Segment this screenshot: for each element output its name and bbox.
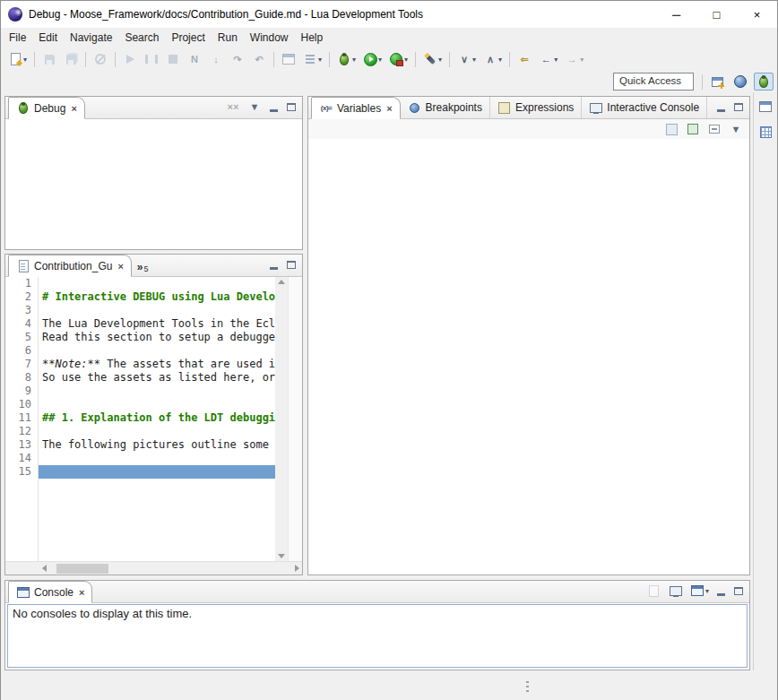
lua-perspective-button[interactable] [730, 73, 750, 91]
terminate-button[interactable] [163, 50, 183, 68]
run-dropdown-icon[interactable]: ▾ [378, 56, 382, 64]
forward-button[interactable]: →▾ [562, 50, 586, 68]
editor-code[interactable]: # Interactive DEBUG using Lua DevelopThe… [39, 277, 275, 561]
skip-all-breakpoints-button[interactable] [91, 50, 110, 68]
code-segment: **Note:** [42, 358, 100, 370]
scroll-right-icon[interactable] [295, 565, 299, 572]
close-button[interactable]: × [737, 1, 777, 28]
maximize-button[interactable]: □ [696, 1, 737, 28]
external-tools-button[interactable]: ▾ [386, 50, 411, 68]
minimize-console-view-button[interactable] [713, 583, 730, 599]
drop-to-frame-button[interactable] [279, 50, 298, 68]
step-return-button[interactable]: ↶ [249, 50, 269, 68]
close-debug-tab-icon[interactable]: × [71, 103, 76, 114]
new-wizard-dropdown-icon[interactable]: ▾ [23, 56, 27, 64]
previous-annotation-button[interactable]: ∧▾ [480, 50, 505, 68]
scroll-down-icon[interactable] [278, 554, 285, 558]
last-edit-location-button[interactable]: ⇐ [514, 50, 534, 68]
menu-help[interactable]: Help [295, 28, 330, 48]
maximize-debug-view-button[interactable] [282, 99, 299, 115]
search-button[interactable]: ▾ [420, 50, 445, 68]
menu-edit[interactable]: Edit [32, 28, 64, 48]
menu-run[interactable]: Run [212, 28, 244, 48]
minimize-variables-view-button[interactable] [713, 99, 730, 115]
collapse-all-button[interactable] [705, 120, 724, 138]
restore-editor-area-button[interactable] [756, 98, 775, 116]
resume-button[interactable] [120, 50, 140, 68]
back-button[interactable]: ←▾ [536, 50, 560, 68]
open-console-page-button[interactable] [644, 582, 664, 600]
debug-button[interactable]: ▾ [334, 50, 359, 68]
previous-annotation-dropdown-icon[interactable]: ▾ [498, 56, 502, 64]
maximize-console-view-button[interactable] [730, 583, 747, 599]
breakpoints-tab-label: Breakpoints [426, 101, 482, 114]
menu-project[interactable]: Project [165, 28, 211, 48]
back-dropdown-icon[interactable]: ▾ [554, 56, 558, 64]
editor-horizontal-scrollbar[interactable] [5, 561, 302, 575]
editor-tab-contribution-guide[interactable]: Contribution_Gu × [8, 255, 132, 277]
open-console-dropdown-icon[interactable]: ▾ [705, 587, 709, 595]
menu-window[interactable]: Window [244, 28, 295, 48]
interactive-console-tab[interactable]: Interactive Console [582, 97, 707, 118]
code-segment: The assets that are used in [100, 358, 275, 370]
hidden-editors-chevron[interactable]: »5 [132, 252, 154, 276]
forward-dropdown-icon[interactable]: ▾ [580, 56, 584, 64]
use-step-filters-button[interactable]: ▾ [300, 50, 324, 68]
debug-view-minmax [265, 99, 299, 115]
variables-tab[interactable]: (x)=Variables× [311, 97, 401, 119]
maximize-editor-button[interactable] [282, 257, 299, 272]
toolbar-separator [449, 52, 450, 67]
quick-access-box[interactable]: Quick Access [613, 73, 694, 91]
minimize-button[interactable]: ─ [656, 1, 696, 28]
save-button[interactable] [39, 50, 59, 68]
maximize-variables-view-button[interactable] [730, 99, 747, 115]
search-dropdown-icon[interactable]: ▾ [438, 56, 442, 64]
expressions-tab[interactable]: Expressions [490, 97, 582, 118]
scroll-left-icon[interactable] [42, 565, 47, 572]
remove-all-terminated-button[interactable]: ×× [223, 98, 243, 116]
external-tools-dropdown-icon[interactable]: ▾ [404, 56, 408, 64]
disconnect-button[interactable]: N [185, 50, 204, 68]
save-all-button[interactable] [61, 50, 81, 68]
new-wizard-button[interactable]: ▾ [5, 50, 30, 68]
minimized-view-stack-button[interactable] [756, 123, 775, 141]
debug-dropdown-icon[interactable]: ▾ [352, 56, 356, 64]
debug-perspective-button[interactable] [754, 73, 774, 91]
open-console-button[interactable]: ▾ [687, 582, 712, 600]
minimize-debug-view-button[interactable] [265, 99, 282, 115]
suspend-button[interactable] [142, 50, 161, 68]
splitter-handle[interactable] [526, 681, 529, 694]
title-bar: Debug - Moose_Framework/docs/Contributio… [1, 1, 777, 28]
toolbar-separator [34, 52, 35, 67]
close-variables-tab-icon[interactable]: × [386, 103, 392, 114]
code-segment: The Lua Development Tools in the Ecli [42, 317, 275, 330]
toolbar-separator [329, 52, 330, 67]
breakpoints-tab[interactable]: Breakpoints [401, 97, 490, 118]
console-tab[interactable]: Console × [8, 581, 92, 603]
show-type-names-button[interactable] [661, 120, 681, 138]
menu-search[interactable]: Search [118, 28, 165, 48]
debug-view-menu-button[interactable]: ▼ [245, 98, 264, 116]
open-perspective-button[interactable] [707, 73, 727, 91]
next-annotation-dropdown-icon[interactable]: ▾ [472, 56, 476, 64]
next-annotation-button[interactable]: ∨▾ [454, 50, 479, 68]
editor-line: The following pictures outline some o [39, 438, 275, 452]
step-over-button[interactable]: ↷ [228, 50, 247, 68]
step-into-button[interactable]: ↓ [206, 50, 226, 68]
show-logical-structures-button[interactable] [683, 120, 703, 138]
menu-file[interactable]: File [3, 28, 32, 48]
save-all-icon [64, 52, 78, 66]
variables-view-menu-button[interactable]: ▼ [726, 120, 746, 138]
horizontal-scroll-thumb[interactable] [56, 564, 108, 574]
debug-tab[interactable]: Debug × [8, 97, 85, 119]
display-selected-console-button[interactable] [666, 582, 686, 600]
close-editor-tab-icon[interactable]: × [117, 261, 123, 272]
close-console-tab-icon[interactable]: × [79, 587, 84, 598]
menu-navigate[interactable]: Navigate [64, 28, 118, 48]
run-button[interactable]: ▾ [360, 50, 385, 68]
use-step-filters-dropdown-icon[interactable]: ▾ [318, 56, 322, 64]
editor-vertical-scrollbar[interactable] [275, 277, 288, 561]
minimize-editor-button[interactable] [265, 257, 282, 272]
scroll-up-icon[interactable] [278, 280, 285, 284]
workbench: Debug × ××▼ (x)=Variables×BreakpointsExp… [1, 92, 777, 700]
